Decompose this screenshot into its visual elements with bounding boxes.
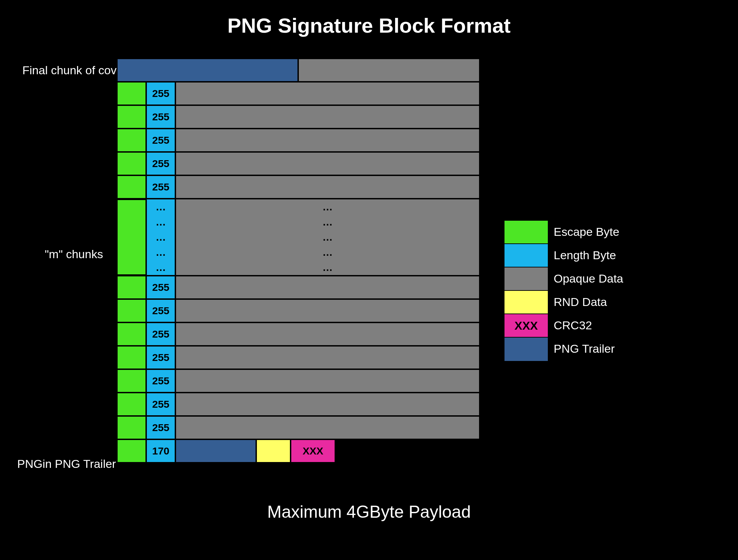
length-byte: 255	[146, 299, 175, 322]
data-row: 255	[117, 175, 480, 199]
length-byte: 255	[146, 346, 175, 369]
length-ellipsis: …	[146, 199, 175, 215]
data-row: 255	[117, 346, 480, 369]
opaque-data	[175, 369, 480, 393]
opaque-ellipsis: …	[175, 245, 480, 260]
escape-byte	[117, 105, 146, 129]
data-row: 255	[117, 82, 480, 105]
length-ellipsis: …	[146, 260, 175, 275]
block-layout: 255 255 255 255 255 … …	[117, 58, 480, 463]
length-byte: 255	[146, 322, 175, 346]
length-byte: 255	[146, 129, 175, 152]
opaque-ellipsis: …	[175, 230, 480, 245]
opaque-ellipsis: …	[175, 215, 480, 230]
escape-byte	[117, 439, 146, 463]
length-byte: 255	[146, 393, 175, 416]
opaque-data	[175, 105, 480, 129]
trailer-row: 170 XXX	[117, 439, 362, 463]
length-byte: 255	[146, 175, 175, 199]
legend-trailer-swatch	[504, 338, 548, 361]
escape-byte-span	[117, 199, 146, 275]
opaque-data	[175, 152, 480, 175]
length-ellipsis: …	[146, 245, 175, 260]
escape-byte	[117, 322, 146, 346]
cover-trailer-segment	[117, 58, 298, 82]
legend-rnd-label: RND Data	[554, 295, 607, 309]
escape-byte	[117, 369, 146, 393]
opaque-data	[175, 299, 480, 322]
length-byte: 255	[146, 369, 175, 393]
opaque-data	[175, 129, 480, 152]
row-label-mid: "m" chunks	[45, 248, 103, 261]
png-trailer-segment	[175, 439, 256, 463]
crc32-segment: XXX	[291, 439, 335, 463]
legend-opaque-swatch	[504, 267, 548, 291]
escape-byte	[117, 129, 146, 152]
opaque-ellipsis: …	[175, 260, 480, 275]
row-cover-final	[117, 58, 480, 82]
rnd-data-segment	[256, 439, 291, 463]
legend-crc-swatch: XXX	[504, 314, 548, 338]
escape-byte	[117, 276, 146, 299]
escape-byte	[117, 152, 146, 175]
escape-byte	[117, 82, 146, 105]
data-row: 255	[117, 322, 480, 346]
length-byte: 255	[146, 276, 175, 299]
data-row: 255	[117, 393, 480, 416]
data-row: 255	[117, 105, 480, 129]
legend-trailer-label: PNG Trailer	[554, 342, 615, 355]
opaque-data	[175, 82, 480, 105]
legend-rnd-swatch	[504, 291, 548, 314]
data-row: 255	[117, 369, 480, 393]
opaque-data	[175, 346, 480, 369]
data-row: 255	[117, 129, 480, 152]
escape-byte	[117, 175, 146, 199]
ellipsis-block: … … … … … … … … … …	[117, 199, 480, 276]
escape-byte	[117, 299, 146, 322]
length-byte: 255	[146, 152, 175, 175]
escape-byte	[117, 416, 146, 439]
opaque-data	[175, 175, 480, 199]
legend-escape-swatch	[504, 221, 548, 244]
legend-escape-label: Escape Byte	[554, 225, 619, 239]
legend-opaque-label: Opaque Data	[554, 272, 623, 285]
row-label-top: Final chunk of cover PNG	[22, 64, 112, 77]
opaque-ellipsis: …	[175, 199, 480, 215]
escape-byte	[117, 393, 146, 416]
row-label-final: PNGin PNG Trailer	[17, 457, 116, 471]
diagram-caption: Maximum 4GByte Payload	[0, 502, 738, 522]
opaque-data	[175, 322, 480, 346]
length-byte: 255	[146, 105, 175, 129]
data-row: 255	[117, 299, 480, 322]
length-ellipsis: …	[146, 230, 175, 245]
diagram-title: PNG Signature Block Format	[0, 14, 738, 37]
opaque-data	[175, 276, 480, 299]
length-byte: 255	[146, 82, 175, 105]
length-byte: 170	[146, 439, 175, 463]
legend-crc-label: CRC32	[554, 319, 592, 332]
opaque-data	[175, 416, 480, 439]
length-ellipsis: …	[146, 215, 175, 230]
legend-length-swatch	[504, 244, 548, 267]
length-byte: 255	[146, 416, 175, 439]
opaque-data	[175, 393, 480, 416]
legend-length-label: Length Byte	[554, 249, 616, 262]
escape-byte	[117, 346, 146, 369]
legend: XXX	[504, 220, 549, 362]
data-row: 255	[117, 152, 480, 175]
data-row: 255	[117, 416, 480, 439]
cover-opaque-segment	[298, 58, 480, 82]
data-row: 255	[117, 276, 480, 299]
